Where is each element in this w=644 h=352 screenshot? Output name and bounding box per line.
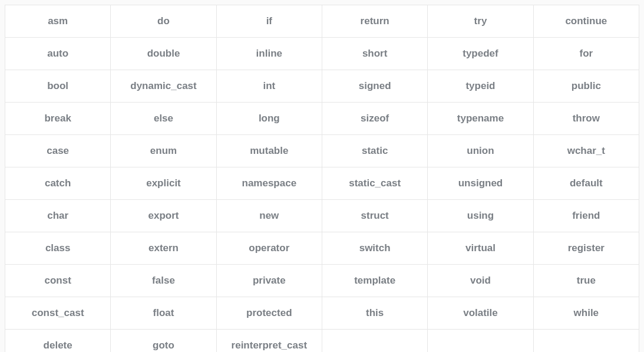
- cell: union: [428, 135, 533, 167]
- cell: explicit: [111, 167, 216, 200]
- keywords-table: asm do if return try continue auto doubl…: [5, 5, 639, 352]
- cell-empty: [322, 330, 427, 353]
- cell: this: [322, 297, 427, 330]
- cell: using: [428, 200, 533, 232]
- cell: namespace: [216, 167, 322, 200]
- cell: while: [533, 297, 639, 330]
- cell: throw: [533, 103, 639, 135]
- cell: auto: [5, 38, 111, 70]
- cell: sizeof: [322, 103, 427, 135]
- cell: else: [111, 103, 216, 135]
- table-row: const false private template void true: [5, 265, 639, 297]
- cell: volatile: [428, 297, 533, 330]
- cell: operator: [216, 232, 322, 265]
- table-row: delete goto reinterpret_cast: [5, 330, 639, 353]
- cell: catch: [5, 167, 111, 200]
- cell: reinterpret_cast: [216, 330, 322, 353]
- cell: do: [111, 5, 216, 38]
- cell: friend: [533, 200, 639, 232]
- cell: char: [5, 200, 111, 232]
- cell: case: [5, 135, 111, 167]
- cell: return: [322, 5, 427, 38]
- cell: default: [533, 167, 639, 200]
- cell: class: [5, 232, 111, 265]
- cell: register: [533, 232, 639, 265]
- table-row: bool dynamic_cast int signed typeid publ…: [5, 70, 639, 103]
- cell: double: [111, 38, 216, 70]
- cell: const_cast: [5, 297, 111, 330]
- cell: delete: [5, 330, 111, 353]
- cell: unsigned: [428, 167, 533, 200]
- cell: void: [428, 265, 533, 297]
- cell: asm: [5, 5, 111, 38]
- cell: virtual: [428, 232, 533, 265]
- cell: inline: [216, 38, 322, 70]
- cell: private: [216, 265, 322, 297]
- cell: extern: [111, 232, 216, 265]
- cell: short: [322, 38, 427, 70]
- cell: float: [111, 297, 216, 330]
- cell: break: [5, 103, 111, 135]
- cell: switch: [322, 232, 427, 265]
- table-row: asm do if return try continue: [5, 5, 639, 38]
- table-row: char export new struct using friend: [5, 200, 639, 232]
- cell: continue: [533, 5, 639, 38]
- cell: if: [216, 5, 322, 38]
- cell: bool: [5, 70, 111, 103]
- cell: dynamic_cast: [111, 70, 216, 103]
- cell: true: [533, 265, 639, 297]
- cell: template: [322, 265, 427, 297]
- cell: struct: [322, 200, 427, 232]
- table-row: auto double inline short typedef for: [5, 38, 639, 70]
- cell: public: [533, 70, 639, 103]
- cell: goto: [111, 330, 216, 353]
- table-row: const_cast float protected this volatile…: [5, 297, 639, 330]
- cell: static: [322, 135, 427, 167]
- table-row: catch explicit namespace static_cast uns…: [5, 167, 639, 200]
- cell: typedef: [428, 38, 533, 70]
- table-row: class extern operator switch virtual reg…: [5, 232, 639, 265]
- cell-empty: [533, 330, 639, 353]
- cell: signed: [322, 70, 427, 103]
- cell: typeid: [428, 70, 533, 103]
- cell: mutable: [216, 135, 322, 167]
- table-row: case enum mutable static union wchar_t: [5, 135, 639, 167]
- cell: false: [111, 265, 216, 297]
- cell: static_cast: [322, 167, 427, 200]
- cell: const: [5, 265, 111, 297]
- table-row: break else long sizeof typename throw: [5, 103, 639, 135]
- cell: for: [533, 38, 639, 70]
- cell: export: [111, 200, 216, 232]
- cell: long: [216, 103, 322, 135]
- cell: enum: [111, 135, 216, 167]
- cell: wchar_t: [533, 135, 639, 167]
- cell: protected: [216, 297, 322, 330]
- cell: new: [216, 200, 322, 232]
- cell: try: [428, 5, 533, 38]
- cell-empty: [428, 330, 533, 353]
- cell: typename: [428, 103, 533, 135]
- cell: int: [216, 70, 322, 103]
